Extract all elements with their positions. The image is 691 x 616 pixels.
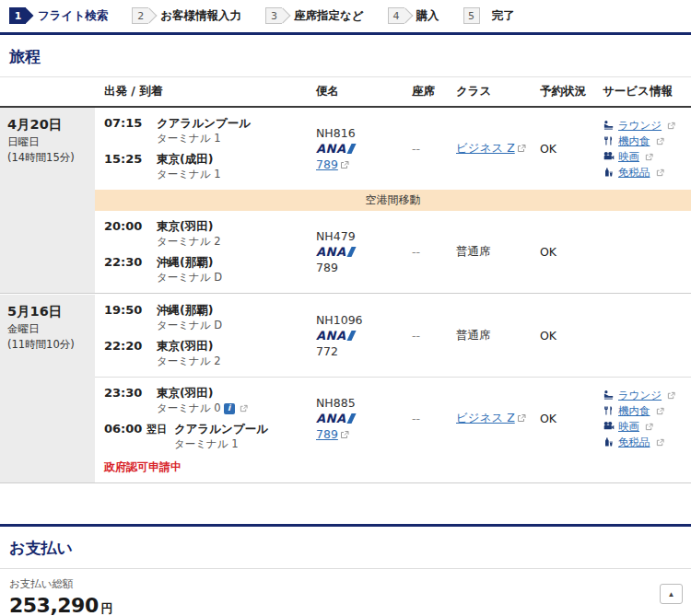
step-5-label: 完了 [492,8,515,24]
cabin-class-link[interactable]: ビジネス Z [456,411,515,424]
next-day-label: 翌日 [146,424,167,436]
flight-segment-row: 07:15 クアラルンプール ターミナル 1 15:25 東京(成田) ターミナ… [95,108,691,190]
booking-status: OK [540,329,603,343]
departure-leg: 07:15 クアラルンプール ターミナル 1 [104,116,316,145]
cabin-class-link[interactable]: ビジネス Z [456,141,515,155]
service-movie: 映画 [603,150,691,164]
flight-number: NH1096 [316,312,412,328]
dutyfree-link[interactable]: 免税品 [618,436,650,449]
info-icon[interactable]: i [224,403,235,414]
step-3-number: 3 [271,11,277,21]
service-meal: 機内食 [603,134,691,148]
service-lounge: ラウンジ [603,389,691,402]
itinerary-group-outbound: 4月20日 日曜日 (14時間15分) 07:15 クアラルンプール ターミナル… [0,108,691,294]
flight-segment-row: 20:00 東京(羽田) ターミナル 2 22:30 沖縄(那覇) ターミナル … [95,211,691,293]
step-seat-selection: 3 座席指定など [265,7,364,24]
weekday-label: 金曜日 [7,322,88,336]
service-movie: 映画 [603,420,691,434]
government-approval-note: 政府認可申請中 [95,459,691,482]
class-cell: 普通席 [456,328,540,343]
arrival-airport: クアラルンプール [174,422,268,436]
step-2-number: 2 [137,11,144,21]
ana-slash-icon [346,144,356,154]
booking-status: OK [540,412,603,425]
step-arrow-tip [275,8,290,24]
header-seat: 座席 [412,84,456,99]
lounge-link[interactable]: ラウンジ [618,389,662,402]
itinerary-table-header: 出発 / 到着 便名 座席 クラス 予約状況 サービス情報 [0,76,691,108]
class-cell: ビジネス Z [456,411,540,426]
ana-logo: ANA [316,141,354,157]
dutyfree-link[interactable]: 免税品 [618,166,650,180]
aircraft-type: 789 [316,260,412,275]
flight-cell: NH885 ANA 789 [316,395,412,442]
external-link-icon [517,413,526,423]
aircraft-type: 772 [316,343,412,359]
departure-time: 07:15 [104,116,157,145]
ana-logo-text: ANA [316,411,346,426]
duration-label: (14時間15分) [7,151,88,165]
meal-link[interactable]: 機内食 [618,404,650,418]
external-link-icon [240,404,248,413]
collapse-button[interactable]: ▲ [660,584,683,604]
ana-slash-icon [346,247,356,257]
external-link-icon [645,153,653,161]
step-4-number: 4 [393,11,400,21]
flight-cell: NH816 ANA 789 [316,125,412,172]
header-service: サービス情報 [603,84,691,99]
arrival-time: 06:00 翌日 [104,422,174,451]
arrival-time: 22:30 [104,255,157,285]
ana-logo-text: ANA [316,141,346,157]
arrival-leg: 06:00 翌日 クアラルンプール ターミナル 1 [104,422,316,451]
meal-icon [603,135,615,146]
meal-link[interactable]: 機内食 [618,134,650,148]
arrival-leg: 22:30 沖縄(那覇) ターミナル D [104,255,316,285]
arrival-time: 22:20 [104,339,157,368]
step-1-number: 1 [15,11,22,21]
seat-cell: -- [412,329,456,343]
aircraft-link[interactable]: 789 [316,157,338,171]
booking-status: OK [540,142,603,156]
departure-leg: 23:30 東京(羽田) ターミナル 0 i [104,386,316,415]
lounge-link[interactable]: ラウンジ [618,119,662,133]
movie-link[interactable]: 映画 [618,150,639,164]
departure-time: 19:50 [104,303,157,332]
departure-airport: クアラルンプール [157,116,251,131]
seat-cell: -- [412,412,456,425]
currency-label: 円 [101,601,113,615]
step-3-label: 座席指定など [294,8,364,24]
weekday-label: 日曜日 [7,135,88,149]
service-lounge: ラウンジ [603,119,691,133]
external-link-icon [340,430,349,439]
departure-airport: 東京(羽田) [157,219,221,234]
total-amount-value: 253,290 [9,594,99,616]
step-3-badge: 3 [265,7,282,24]
seat-cell: -- [412,245,456,259]
route-cell: 20:00 東京(羽田) ターミナル 2 22:30 沖縄(那覇) ターミナル … [104,219,316,285]
flight-number: NH479 [316,228,412,244]
departure-time: 23:30 [104,386,157,415]
dutyfree-icon [603,436,615,447]
step-arrow-tip [397,8,413,24]
class-cell: 普通席 [456,244,540,260]
movie-link[interactable]: 映画 [618,420,639,434]
external-link-icon [667,122,675,130]
payment-total-row: お支払い総額 253,290円 大人 x1 ▲ [0,569,691,616]
meal-icon [603,405,615,416]
total-amount: 253,290円 [9,594,682,616]
external-link-icon [340,160,349,169]
external-link-icon [656,169,664,177]
aircraft-link[interactable]: 789 [316,427,338,441]
flight-segment-row: 23:30 東京(羽田) ターミナル 0 i 06 [95,377,691,459]
step-2-badge: 2 [132,7,148,24]
flight-number: NH816 [316,125,412,141]
header-class: クラス [456,84,540,99]
ana-logo-text: ANA [316,328,346,343]
booking-status: OK [540,245,603,259]
arrival-terminal: ターミナル 1 [174,437,268,451]
route-cell: 23:30 東京(羽田) ターミナル 0 i 06 [104,386,316,451]
booking-page: 1 フライト検索 2 お客様情報入力 3 座席指定など 4 購入 [0,0,691,616]
airport-transfer-band: 空港間移動 [95,190,691,211]
departure-leg: 19:50 沖縄(那覇) ターミナル D [104,303,316,332]
itinerary-section: 旅程 出発 / 到着 便名 座席 クラス 予約状況 サービス情報 4月20日 日… [0,35,691,483]
